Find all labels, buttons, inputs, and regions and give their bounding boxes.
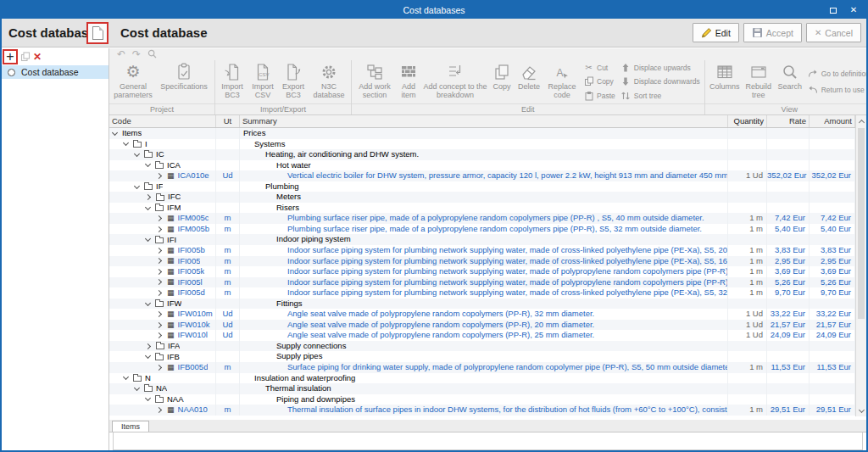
chevron-right-icon[interactable]: [145, 343, 151, 349]
duplicate-database-button[interactable]: [20, 52, 31, 62]
chevron-right-icon[interactable]: [156, 269, 162, 275]
table-row[interactable]: ▦IFW010lUdAngle seat valve made of polyp…: [109, 330, 855, 341]
table-row[interactable]: NInsulation and waterproofing: [109, 373, 855, 384]
columns-button[interactable]: Columns: [707, 60, 743, 103]
table-row[interactable]: NAAPiping and downpipes: [109, 394, 855, 405]
chevron-right-icon[interactable]: [145, 194, 151, 200]
chevron-right-icon[interactable]: [156, 311, 162, 317]
maximize-button[interactable]: [822, 2, 844, 19]
chevron-down-icon[interactable]: [145, 395, 151, 401]
database-list-item[interactable]: Cost database: [2, 65, 108, 79]
specifications-button[interactable]: Specifications: [155, 60, 213, 103]
chevron-down-icon[interactable]: [145, 236, 151, 242]
scroll-down-button[interactable]: [856, 405, 866, 416]
table-row[interactable]: ▦IFW010kUdAngle seat valve made of polyp…: [109, 320, 855, 331]
table-row[interactable]: IFCMeters: [109, 192, 855, 203]
chevron-right-icon[interactable]: [156, 226, 162, 232]
column-header-summary[interactable]: Summary: [240, 115, 728, 127]
table-row[interactable]: ▦IFI005lmIndoor surface piping system fo…: [109, 277, 855, 288]
table-row[interactable]: IFPlumbing: [109, 181, 855, 193]
chevron-right-icon[interactable]: [156, 248, 162, 254]
delete-database-button[interactable]: ✕: [33, 51, 42, 63]
table-row[interactable]: ItemsPrices: [109, 128, 855, 139]
column-header-quantity[interactable]: Quantity: [728, 115, 767, 127]
table-row[interactable]: IFBSupply pipes: [109, 351, 855, 362]
n3c-database-button[interactable]: N3C database: [309, 60, 349, 103]
table-row[interactable]: ▦IFI005dmIndoor surface piping system fo…: [109, 287, 855, 299]
tab-items[interactable]: Items: [112, 421, 149, 432]
add-item-button[interactable]: Add item: [396, 60, 421, 103]
cancel-button[interactable]: ✕ Cancel: [806, 23, 861, 42]
import-bc3-button[interactable]: Import BC3: [217, 60, 248, 103]
chevron-down-icon[interactable]: [123, 374, 129, 380]
column-header-amount[interactable]: Amount: [810, 115, 855, 127]
table-row[interactable]: ▦NAA010mThermal insulation of surface pi…: [109, 405, 855, 416]
copy-button[interactable]: Copy: [489, 60, 515, 103]
chevron-right-icon[interactable]: [156, 258, 162, 264]
chevron-down-icon[interactable]: [134, 385, 140, 391]
table-row[interactable]: ▦IFB005dmSurface piping for drinking wat…: [109, 362, 855, 373]
table-row[interactable]: ▦IFM005cmPlumbing surface riser pipe, ma…: [109, 213, 855, 224]
add-database-button[interactable]: +: [6, 52, 14, 62]
table-row[interactable]: NAThermal insulation: [109, 383, 855, 394]
table-row[interactable]: IFWFittings: [109, 299, 855, 310]
table-row[interactable]: IFASupply connections: [109, 341, 855, 352]
chevron-down-icon[interactable]: [134, 182, 140, 188]
column-header-rate[interactable]: Rate: [767, 115, 810, 127]
table-row[interactable]: ▦IFI005mIndoor surface piping system for…: [109, 256, 855, 267]
table-row[interactable]: ISystems: [109, 139, 855, 150]
table-row[interactable]: ▦ICA010eUdVertical electric boiler for D…: [109, 170, 855, 181]
replace-code-button[interactable]: A Replace code: [543, 60, 581, 103]
redo-icon[interactable]: ↷: [132, 50, 141, 59]
export-bc3-button[interactable]: Export BC3: [278, 60, 309, 103]
go-to-definition-button[interactable]: Go to definition: [808, 69, 866, 79]
new-document-icon[interactable]: [92, 26, 103, 40]
rebuild-tree-button[interactable]: Rebuild tree: [743, 60, 775, 103]
title-bar[interactable]: Cost databases ✕: [2, 2, 866, 19]
chevron-right-icon[interactable]: [156, 332, 162, 338]
chevron-down-icon[interactable]: [134, 151, 140, 157]
copy-small-button[interactable]: Copy: [583, 76, 615, 86]
chevron-down-icon[interactable]: [123, 140, 129, 146]
sort-tree-button[interactable]: Sort tree: [620, 91, 700, 101]
search-icon[interactable]: [147, 49, 157, 59]
chevron-down-icon[interactable]: [112, 130, 118, 136]
displace-downwards-button[interactable]: Displace downwards: [620, 76, 700, 86]
add-work-section-button[interactable]: Add work section: [353, 60, 396, 103]
paste-button[interactable]: Paste: [583, 91, 615, 101]
accept-button[interactable]: Accept: [743, 23, 802, 42]
column-header-code[interactable]: Code: [109, 115, 216, 127]
displace-upwards-button[interactable]: Displace upwards: [620, 63, 700, 73]
chevron-right-icon[interactable]: [156, 322, 162, 328]
delete-button[interactable]: Delete: [515, 60, 543, 103]
chevron-right-icon[interactable]: [156, 290, 162, 296]
cut-button[interactable]: ✂ Cut: [583, 63, 615, 72]
chevron-down-icon[interactable]: [145, 299, 151, 305]
chevron-right-icon[interactable]: [156, 215, 162, 221]
close-button[interactable]: ✕: [843, 2, 865, 19]
import-csv-button[interactable]: CSV Import CSV: [248, 60, 278, 103]
chevron-down-icon[interactable]: [145, 161, 151, 167]
add-concept-breakdown-button[interactable]: Add concept to the breakdown: [421, 60, 489, 103]
table-row[interactable]: ICAHot water: [109, 160, 855, 171]
table-row[interactable]: ▦IFM005bmPlumbing surface riser pipe, ma…: [109, 224, 855, 235]
chevron-right-icon[interactable]: [156, 365, 162, 371]
general-parameters-button[interactable]: ⚙ General parameters: [111, 60, 155, 103]
vertical-scrollbar[interactable]: [855, 115, 866, 416]
column-header-ut[interactable]: Ut: [216, 115, 240, 127]
scroll-up-button[interactable]: [856, 115, 866, 127]
table-row[interactable]: ICHeating, air conditioning and DHW syst…: [109, 149, 855, 160]
table-row[interactable]: IFIIndoor piping system: [109, 234, 855, 245]
scrollbar-thumb[interactable]: [858, 128, 865, 319]
search-button[interactable]: Search: [775, 60, 805, 103]
edit-button[interactable]: Edit: [693, 23, 739, 42]
table-row[interactable]: IFMRisers: [109, 203, 855, 214]
table-row[interactable]: ▦IFI005kmIndoor surface piping system fo…: [109, 266, 855, 277]
table-row[interactable]: ▦IFW010mUdAngle seat valve made of polyp…: [109, 309, 855, 320]
undo-icon[interactable]: ↶: [117, 50, 125, 59]
table-row[interactable]: ▦IFI005bmIndoor surface piping system fo…: [109, 245, 855, 256]
chevron-down-icon[interactable]: [145, 353, 151, 359]
return-to-use-button[interactable]: Return to use: [808, 85, 866, 95]
chevron-right-icon[interactable]: [156, 173, 162, 179]
chevron-down-icon[interactable]: [145, 204, 151, 210]
